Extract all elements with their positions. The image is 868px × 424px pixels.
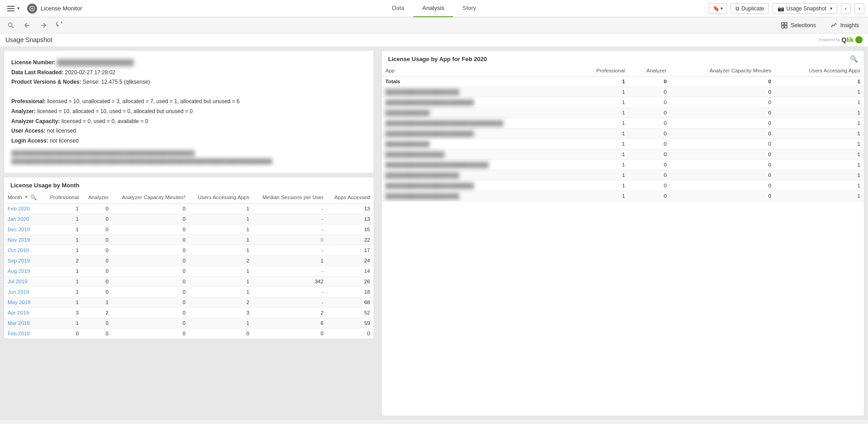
cell-analyzer: 0: [82, 286, 112, 297]
cell-month[interactable]: Apr 2019: [4, 307, 43, 318]
table-row: Nov 2019 1 0 0 1 0 22: [4, 234, 374, 245]
cell-app-analyzer-capacity: 0: [670, 170, 775, 181]
table-row: Jan 2020 1 0 0 1 - 13: [4, 214, 374, 224]
cell-users-accessing: 1: [189, 276, 253, 286]
left-panel: License Number: ████████████████████ Dat…: [0, 47, 378, 420]
cell-median-sessions: -: [253, 245, 327, 255]
list-item: ████████████████████████████████ 1 0 0 1: [382, 118, 864, 129]
search-toolbar-button[interactable]: [4, 20, 18, 31]
cell-app-professional: 1: [574, 139, 628, 149]
cell-users-accessing: 1: [189, 203, 253, 214]
table-row: Feb 2020 1 0 0 1 - 13: [4, 203, 374, 214]
cell-month[interactable]: Jan 2020: [4, 214, 43, 224]
list-item: ████████████████████████████ 1 0 0 1: [382, 160, 864, 170]
tab-data[interactable]: Data: [383, 0, 413, 17]
cell-app-professional: 1: [574, 129, 628, 139]
cell-app-users-accessing: 1: [775, 191, 864, 201]
insights-button[interactable]: Insights: [825, 20, 864, 31]
cell-app-analyzer-capacity: 0: [670, 160, 775, 170]
cell-month[interactable]: Feb 2020: [4, 203, 43, 214]
cell-median-sessions: -: [253, 203, 327, 214]
reload-toolbar-button[interactable]: [52, 20, 67, 31]
cell-app-professional: 1: [574, 191, 628, 201]
search-icon-month[interactable]: 🔍: [30, 194, 37, 200]
bookmark-button[interactable]: 🔖 ▾: [709, 3, 727, 14]
duplicate-button[interactable]: ⧉ Duplicate: [730, 3, 769, 14]
cell-app-name: ████████████████████: [382, 87, 574, 97]
cell-apps-accessed: 68: [327, 297, 374, 307]
tab-story[interactable]: Story: [453, 0, 485, 17]
cell-apps-accessed: 26: [327, 276, 374, 286]
cell-month[interactable]: Nov 2019: [4, 234, 43, 245]
cell-users-accessing: 1: [189, 224, 253, 234]
cell-app-analyzer: 0: [629, 129, 670, 139]
cell-analyzer: 0: [82, 245, 112, 255]
cell-month[interactable]: Oct 2019: [4, 245, 43, 255]
tab-analysis[interactable]: Analysis: [413, 0, 453, 17]
col-apps-accessed-header: Apps Accessed: [327, 191, 374, 204]
cell-month[interactable]: May 2019: [4, 297, 43, 307]
cell-month[interactable]: Jul 2019: [4, 276, 43, 286]
prev-button[interactable]: ‹: [841, 3, 851, 14]
usage-snapshot-button[interactable]: 📷 Usage Snapshot ▾: [773, 3, 837, 14]
cell-app-name: ████████████████████████████: [382, 160, 574, 170]
back-toolbar-button[interactable]: [20, 20, 34, 31]
cell-users-accessing: 2: [189, 255, 253, 266]
professional-value: licensed = 10, unallocated = 3, allocate…: [47, 97, 239, 107]
col-analyzer-capacity-header: Analyzer Capacity Minutes*: [112, 191, 189, 204]
cell-analyzer-capacity: 0: [112, 276, 189, 286]
cell-users-accessing: 3: [189, 307, 253, 318]
user-access-label: User Access:: [11, 126, 46, 136]
cell-app-analyzer: 0: [629, 191, 670, 201]
toolbar-right: Selections Insights: [775, 20, 864, 31]
cell-professional: 3: [43, 307, 82, 318]
cell-analyzer-capacity: 0: [112, 297, 189, 307]
cell-apps-accessed: 13: [327, 214, 374, 224]
cell-app-analyzer: 0: [629, 160, 670, 170]
user-access-value: not licensed: [47, 126, 76, 136]
col-app-header: App: [382, 65, 574, 76]
cell-apps-accessed: 17: [327, 245, 374, 255]
totals-analyzer: 0: [629, 76, 670, 87]
cell-app-users-accessing: 1: [775, 181, 864, 191]
cell-app-analyzer: 0: [629, 87, 670, 97]
data-last-reloaded-row: Data Last Reloaded: 2020-02-27 17:28:02: [11, 68, 366, 78]
analyzer-label: Analyzer:: [11, 107, 36, 117]
cell-professional: 1: [43, 214, 82, 224]
cell-month[interactable]: Jun 2019: [4, 286, 43, 297]
cell-app-analyzer-capacity: 0: [670, 118, 775, 129]
cell-month[interactable]: Mar 2019: [4, 318, 43, 328]
cell-app-professional: 1: [574, 108, 628, 118]
cell-users-accessing: 1: [189, 266, 253, 276]
totals-label: Totals: [382, 76, 574, 87]
nav-right: 🔖 ▾ ⧉ Duplicate 📷 Usage Snapshot ▾ ‹ ›: [709, 3, 864, 14]
month-table-card: License Usage by Month Month ▼ 🔍: [4, 177, 374, 339]
hamburger-menu[interactable]: ▾: [4, 4, 24, 13]
selections-button[interactable]: Selections: [775, 20, 821, 31]
license-info-card: License Number: ████████████████████ Dat…: [4, 50, 374, 173]
sort-arrow-month[interactable]: ▼: [24, 195, 28, 200]
cell-month[interactable]: Sep 2019: [4, 255, 43, 266]
forward-toolbar-button[interactable]: [36, 20, 51, 31]
cell-month[interactable]: Aug 2019: [4, 266, 43, 276]
cell-month[interactable]: Dec 2019: [4, 224, 43, 234]
app-table-title: License Usage by App for Feb 2020: [388, 56, 487, 62]
cell-app-name: ████████████████████████: [382, 129, 574, 139]
list-item: ████████████ 1 0 0 1: [382, 139, 864, 149]
cell-users-accessing: 0: [189, 328, 253, 338]
login-access-label: Login Access:: [11, 136, 48, 146]
next-button[interactable]: ›: [854, 3, 864, 14]
cell-month[interactable]: Feb 2019: [4, 328, 43, 338]
hamburger-icon: [7, 6, 14, 11]
nav-tabs: Data Analysis Story: [383, 0, 485, 17]
svg-rect-7: [785, 26, 787, 28]
data-reloaded-label: Data Last Reloaded:: [11, 68, 63, 78]
user-access-row: User Access: not licensed: [11, 126, 366, 136]
cell-analyzer: 0: [82, 214, 112, 224]
cell-app-name: ████████████████████: [382, 170, 574, 181]
col-analyzer-header: Analyzer: [82, 191, 112, 204]
app-search-icon[interactable]: 🔍: [850, 55, 858, 62]
month-table-body: Feb 2020 1 0 0 1 - 13 Jan 2020 1 0 0 1 -…: [4, 203, 374, 338]
cell-apps-accessed: 24: [327, 255, 374, 266]
cell-app-users-accessing: 1: [775, 160, 864, 170]
